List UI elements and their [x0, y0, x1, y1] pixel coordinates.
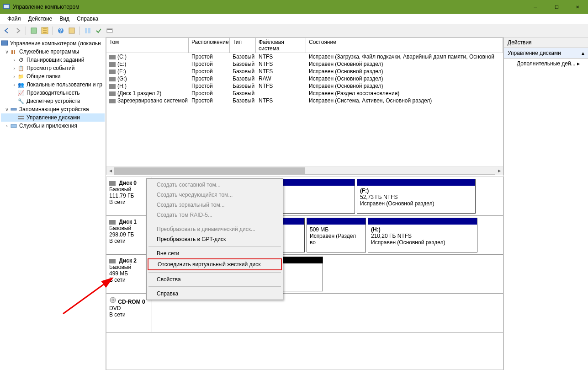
maximize-button[interactable]: ☐ — [546, 0, 567, 14]
context-menu-item: Создать составной том... — [148, 180, 282, 190]
volume-row[interactable]: (H:)ПростойБазовыйNTFSИсправен (Основной… — [106, 82, 503, 90]
menu-action[interactable]: Действие — [25, 15, 56, 23]
col-type[interactable]: Тип — [230, 38, 256, 53]
forward-button[interactable] — [13, 26, 23, 36]
titlebar: Управление компьютером ─ ☐ ✕ — [0, 0, 588, 14]
partition-box[interactable]: (F:)52,73 ГБ NTFSИсправен (Основной разд… — [357, 179, 476, 214]
svg-rect-10 — [107, 29, 112, 30]
col-status[interactable]: Состояние — [306, 38, 503, 53]
tree-icon: 📁 — [17, 73, 25, 80]
disk-info[interactable]: Диск 1Базовый298,09 ГБВ сети — [106, 216, 152, 254]
volume-list-header: Том Расположение Тип Файловая система Со… — [106, 38, 503, 53]
scroll-left-icon[interactable]: ◀ — [106, 167, 114, 175]
tree-item[interactable]: 🔧Диспетчер устройств — [1, 97, 105, 105]
svg-text:?: ? — [59, 27, 62, 34]
disk-icon — [109, 55, 116, 59]
actions-more[interactable]: Дополнительные дей... ▸ — [504, 59, 588, 69]
context-menu-item[interactable]: Вне сети — [148, 248, 282, 258]
partition-box[interactable]: 509 МБИсправен (Раздел во — [307, 218, 366, 252]
svg-rect-12 — [11, 50, 13, 54]
context-menu: Создать составной том...Создать чередующ… — [146, 178, 283, 300]
volume-row[interactable]: (G:)ПростойБазовыйRAWИсправен (Основной … — [106, 75, 503, 82]
disk-icon — [109, 91, 116, 96]
disk-icon — [109, 62, 116, 67]
volume-row[interactable]: (E:)ПростойБазовыйNTFSИсправен (Основной… — [106, 60, 503, 68]
expand-icon[interactable]: › — [11, 57, 17, 63]
tree-item[interactable]: ›📁Общие папки — [1, 72, 105, 80]
scroll-thumb[interactable] — [114, 167, 305, 174]
context-menu-item: Создать зеркальный том... — [148, 200, 282, 210]
svg-rect-14 — [11, 108, 16, 110]
toolbar-icon-6[interactable] — [105, 26, 115, 36]
tree-system-tools[interactable]: ∨ Служебные программы — [1, 48, 105, 56]
tree-item[interactable]: 📈Производительность — [1, 89, 105, 97]
disk-icon — [109, 99, 116, 103]
expand-icon[interactable]: › — [11, 65, 17, 71]
context-menu-item[interactable]: Отсоединить виртуальный жесткий диск — [148, 258, 282, 270]
col-layout[interactable]: Расположение — [189, 38, 230, 53]
actions-header: Действия — [504, 38, 588, 48]
tree-item[interactable]: ›⏱Планировщик заданий — [1, 56, 105, 64]
disk-info[interactable]: Диск 0Базовый111,79 ГБВ сети — [106, 177, 152, 215]
context-menu-item[interactable]: Справка — [148, 289, 282, 299]
tree-icon: 📈 — [17, 89, 25, 97]
partition-box[interactable]: (H:)210,20 ГБ NTFSИсправен (Основной раз… — [368, 218, 477, 252]
toolbar-icon-3[interactable] — [67, 26, 77, 36]
window-title: Управление компьютером — [13, 4, 79, 10]
menu-help[interactable]: Справка — [73, 15, 102, 23]
svg-line-20 — [63, 278, 112, 314]
disk-icon — [109, 77, 116, 81]
disk-icon — [109, 84, 116, 89]
tree-root[interactable]: Управление компьютером (локальн — [1, 39, 105, 48]
volume-row[interactable]: (Диск 1 раздел 2)ПростойБазовыйИсправен … — [106, 90, 503, 97]
back-button[interactable] — [2, 26, 12, 36]
tree-services[interactable]: › Службы и приложения — [1, 122, 105, 130]
disk-icon — [109, 70, 116, 74]
expand-icon[interactable]: › — [11, 74, 17, 79]
sidebar-tree: Управление компьютером (локальн ∨ Служеб… — [0, 38, 106, 370]
refresh-icon[interactable] — [40, 26, 50, 36]
tree-item[interactable]: ›👥Локальные пользователи и гр — [1, 80, 105, 89]
tree-icon: 👥 — [17, 81, 25, 88]
scroll-right-icon[interactable]: ▶ — [495, 167, 503, 175]
tree-item[interactable]: ›📋Просмотр событий — [1, 64, 105, 72]
tree-disk-management[interactable]: Управление дисками — [1, 113, 105, 122]
menu-file[interactable]: Файл — [4, 15, 25, 23]
tree-icon: ⏱ — [17, 56, 25, 64]
svg-rect-7 — [85, 28, 87, 33]
context-menu-item: Создать чередующийся том... — [148, 190, 282, 200]
horizontal-scrollbar[interactable]: ◀ ▶ — [106, 166, 503, 174]
collapse-icon[interactable]: ∨ — [4, 49, 10, 55]
annotation-arrow — [58, 273, 122, 318]
volume-row[interactable]: (C:)ПростойБазовыйNTFSИсправен (Загрузка… — [106, 53, 503, 60]
context-menu-item[interactable]: Преобразовать в GPT-диск — [148, 234, 282, 244]
collapse-icon[interactable]: ▴ — [582, 50, 584, 56]
col-volume[interactable]: Том — [106, 38, 189, 53]
context-menu-item[interactable]: Свойства — [148, 274, 282, 284]
toolbar-icon-4[interactable] — [83, 26, 93, 36]
col-filesystem[interactable]: Файловая система — [256, 38, 306, 53]
close-button[interactable]: ✕ — [567, 0, 588, 14]
tree-storage[interactable]: ∨ Запоминающие устройства — [1, 105, 105, 113]
actions-section[interactable]: Управление дисками ▴ — [504, 48, 588, 59]
expand-icon[interactable]: › — [11, 82, 17, 87]
svg-rect-8 — [88, 28, 90, 33]
svg-rect-1 — [4, 5, 9, 8]
chevron-right-icon: ▸ — [577, 60, 580, 67]
volume-row[interactable]: Зарезервировано системойПростойБазовыйNT… — [106, 97, 503, 104]
svg-rect-13 — [14, 50, 15, 54]
minimize-button[interactable]: ─ — [525, 0, 546, 14]
volume-row[interactable]: (F:)ПростойБазовыйNTFSИсправен (Основной… — [106, 68, 503, 75]
toolbar-icon-1[interactable] — [29, 26, 39, 36]
expand-icon[interactable]: › — [4, 123, 10, 129]
svg-rect-15 — [18, 116, 24, 117]
context-menu-item: Создать том RAID-5... — [148, 210, 282, 220]
svg-rect-16 — [18, 118, 24, 119]
help-icon[interactable]: ? — [56, 26, 66, 36]
collapse-icon[interactable]: ∨ — [4, 107, 10, 113]
svg-rect-6 — [69, 28, 74, 33]
toolbar-icon-5[interactable] — [94, 26, 104, 36]
tree-icon: 📋 — [17, 64, 25, 72]
toolbar: ? — [0, 24, 588, 38]
menu-view[interactable]: Вид — [56, 15, 73, 23]
